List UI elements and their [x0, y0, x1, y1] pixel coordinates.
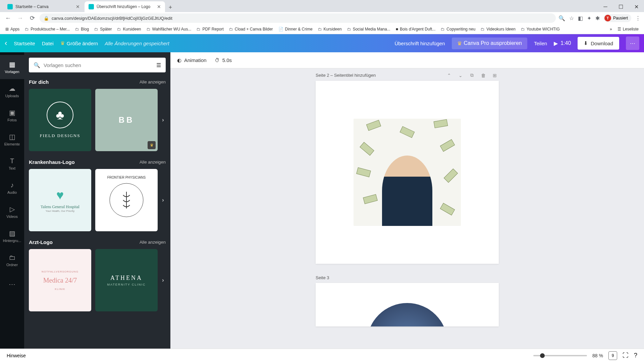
template-thumb[interactable]: NOTFALLVERSORGUNG Medica 24/7 KLINIK — [29, 249, 91, 311]
zoom-slider[interactable] — [533, 355, 587, 356]
zoom-handle[interactable] — [540, 353, 545, 358]
bookmark-item[interactable]: 🗀Kursideen — [115, 25, 143, 33]
image-element[interactable] — [354, 119, 461, 226]
back-arrow-icon[interactable]: ‹ — [5, 39, 7, 48]
search-box[interactable]: 🔍 ☰ — [29, 58, 166, 72]
apps-button[interactable]: ⊞Apps — [3, 25, 21, 33]
star-icon[interactable]: ☆ — [569, 15, 574, 21]
download-button[interactable]: ⬇Download — [578, 37, 619, 50]
image-element[interactable] — [367, 303, 447, 326]
profile-button[interactable]: T Pausiert — [604, 14, 631, 22]
timer-icon: ⏱ — [215, 57, 220, 63]
sidenav-text[interactable]: TText — [0, 152, 24, 176]
design-title[interactable]: Überschrift hinzufügen — [394, 41, 445, 46]
try-pro-button[interactable]: ♛Canva Pro ausprobieren — [452, 38, 527, 49]
bookmark-item[interactable]: 🗀Social Media Mana... — [345, 25, 392, 33]
back-button[interactable]: ← — [3, 13, 13, 23]
new-tab-button[interactable]: + — [166, 3, 175, 12]
delete-page-icon[interactable]: 🗑 — [479, 73, 487, 78]
reading-list-button[interactable]: ☰Leseliste — [615, 25, 641, 33]
move-up-icon[interactable]: ⌃ — [445, 73, 453, 78]
resize-button[interactable]: ♛Größe ändern — [60, 40, 98, 46]
folder-icon: 🗀 — [75, 27, 79, 32]
sidenav-hintergrund[interactable]: ▨Hintergru... — [0, 224, 24, 248]
maximize-button[interactable]: ☐ — [613, 1, 629, 12]
search-input[interactable] — [44, 62, 153, 68]
filter-icon[interactable]: ☰ — [156, 62, 161, 68]
page-count-button[interactable]: 9 — [608, 351, 617, 360]
sidenav-audio[interactable]: ♪Audio — [0, 176, 24, 200]
zoom-percent[interactable]: 88 % — [592, 353, 603, 358]
move-down-icon[interactable]: ⌄ — [457, 73, 465, 78]
bookmark-item[interactable]: 🗀Wahlfächer WU Aus... — [145, 25, 194, 33]
sidenav-fotos[interactable]: ▣Fotos — [0, 103, 24, 127]
folder-icon: 🗀 — [347, 27, 351, 32]
add-page-icon[interactable]: ⊞ — [491, 73, 499, 78]
next-arrow-icon[interactable]: › — [158, 276, 168, 285]
sidenav-uploads[interactable]: ☁Uploads — [0, 79, 24, 103]
zoom-icon[interactable]: 🔍 — [558, 15, 565, 21]
help-icon[interactable]: ? — [634, 352, 637, 359]
close-tab-icon[interactable]: ✕ — [157, 4, 161, 9]
section-title: Krankenhaus-Logo — [29, 159, 75, 165]
bookmark-item[interactable]: 🗀PDF Report — [195, 25, 225, 33]
page-title[interactable]: Seite 2 – Seitentitel hinzufügen — [316, 73, 376, 78]
sidenav-elemente[interactable]: ◫Elemente — [0, 127, 24, 152]
minimize-button[interactable]: ─ — [598, 1, 613, 12]
template-thumb[interactable]: FRONTIER PHYSICIANS — [95, 169, 158, 231]
browser-tab-2[interactable]: Überschrift hinzufügen – Logo ✕ — [85, 1, 165, 12]
see-all-link[interactable]: Alle anzeigen — [140, 240, 166, 245]
forward-button[interactable]: → — [15, 13, 25, 23]
bookmark-item[interactable]: ■Bois d'Argent Duft... — [394, 25, 438, 33]
fullscreen-icon[interactable]: ⛶ — [623, 352, 629, 359]
close-tab-icon[interactable]: ✕ — [76, 4, 80, 9]
template-thumb[interactable]: BB ♛ — [95, 89, 158, 151]
template-thumb[interactable]: ♥ Talens General Hospital Your Health, O… — [29, 169, 91, 231]
extension-icon[interactable]: ◧ — [578, 15, 583, 21]
page-title[interactable]: Seite 3 — [316, 275, 329, 280]
bookmark-item[interactable]: 📄Dinner & Crime — [276, 25, 315, 33]
reload-button[interactable]: ⟳ — [28, 13, 37, 23]
url-input[interactable]: 🔒 canva.com/design/DAEdomzscjI/drBfjHdCo… — [40, 13, 556, 23]
animation-button[interactable]: ◐Animation — [177, 57, 207, 63]
sidenav-ordner[interactable]: 🗀Ordner — [0, 248, 24, 272]
duplicate-page-icon[interactable]: ⧉ — [468, 72, 476, 78]
next-arrow-icon[interactable]: › — [158, 195, 168, 205]
duration-button[interactable]: ⏱5.0s — [215, 57, 232, 63]
templates-panel: 🔍 ☰ Für dich Alle anzeigen ♣ FIELD DESIG… — [24, 52, 170, 349]
bookmark-item[interactable]: 🗀Später — [92, 25, 114, 33]
extensions-menu-icon[interactable]: ✱ — [595, 15, 600, 21]
share-button[interactable]: Teilen — [534, 41, 547, 46]
present-button[interactable]: ▶1:40 — [554, 40, 571, 47]
canvas-page-2[interactable] — [316, 81, 499, 264]
bookmark-item[interactable]: 🗀Produktsuche – Mer... — [23, 25, 72, 33]
address-bar: ← → ⟳ 🔒 canva.com/design/DAEdomzscjI/drB… — [0, 12, 644, 24]
extension-icon[interactable]: ✦ — [587, 15, 591, 21]
bookmark-item[interactable]: 🗀Kursideen — [316, 25, 344, 33]
sidenav-more[interactable]: ⋯ — [0, 272, 24, 296]
template-thumb[interactable]: ATHENA MATERNITY CLINIC — [95, 249, 158, 311]
template-thumb[interactable]: ♣ FIELD DESIGNS — [29, 89, 91, 151]
canvas-page-3[interactable] — [316, 283, 499, 326]
close-window-button[interactable]: ✕ — [629, 1, 644, 12]
bookmark-item[interactable]: 🗀Videokurs Ideen — [479, 25, 518, 33]
folder-icon: 🗀 — [318, 27, 322, 32]
notes-button[interactable]: Hinweise — [7, 353, 26, 358]
next-arrow-icon[interactable]: › — [158, 115, 168, 125]
canvas-scroll[interactable]: Seite 2 – Seitentitel hinzufügen ⌃ ⌄ ⧉ 🗑… — [170, 68, 644, 349]
more-menu-button[interactable]: ⋯ — [626, 37, 639, 50]
file-menu[interactable]: Datei — [42, 41, 54, 46]
bookmark-item[interactable]: 🗀Blog — [73, 25, 91, 33]
home-button[interactable]: Startseite — [14, 41, 35, 46]
bookmark-item[interactable]: 🗀Youtube WICHTIG — [519, 25, 562, 33]
menu-icon[interactable]: ⋮ — [635, 15, 641, 21]
list-icon: ☰ — [618, 27, 621, 32]
sidenav-vorlagen[interactable]: ▦Vorlagen — [0, 55, 24, 79]
bookmark-item[interactable]: 🗀Copywriting neu — [439, 25, 477, 33]
sidenav-videos[interactable]: ▷Videos — [0, 200, 24, 224]
see-all-link[interactable]: Alle anzeigen — [140, 79, 166, 84]
browser-tab-1[interactable]: Startseite – Canva ✕ — [3, 1, 84, 12]
bookmark-item[interactable]: 🗀Cload + Canva Bilder — [227, 25, 275, 33]
bookmark-overflow[interactable]: » — [608, 25, 614, 33]
see-all-link[interactable]: Alle anzeigen — [140, 160, 166, 165]
